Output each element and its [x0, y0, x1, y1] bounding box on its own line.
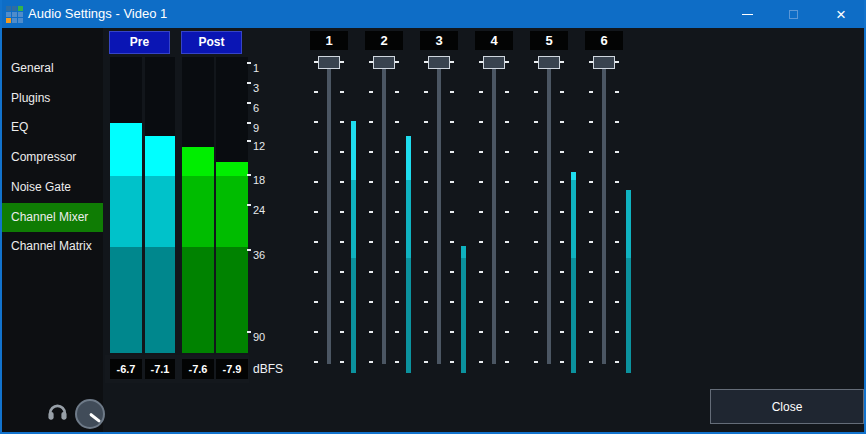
fader-tick: [450, 151, 454, 153]
sidebar-item-noise-gate[interactable]: Noise Gate: [2, 173, 103, 202]
sidebar-item-compressor[interactable]: Compressor: [2, 143, 103, 172]
channel-meter-5: [571, 258, 576, 373]
fader-tick: [424, 121, 428, 123]
meter-column-pre-1: [110, 57, 142, 353]
fader-tick: [314, 151, 318, 153]
fader-tick: [395, 61, 399, 63]
fader-tick: [340, 181, 344, 183]
channel-fader-track-2[interactable]: [382, 62, 386, 364]
channel-fader-handle-5[interactable]: [538, 56, 560, 69]
fader-tick: [589, 241, 593, 243]
fader-tick: [505, 331, 509, 333]
fader-tick: [450, 271, 454, 273]
knob-indicator: [89, 413, 101, 423]
fader-tick: [560, 241, 564, 243]
scale-label: 1: [253, 63, 259, 74]
logo-square: [6, 12, 11, 17]
channel-fader-handle-6[interactable]: [593, 56, 615, 69]
channel-fader-handle-2[interactable]: [373, 56, 395, 69]
fader-tick: [589, 91, 593, 93]
channel-fader-handle-1[interactable]: [318, 56, 340, 69]
sidebar-item-general[interactable]: General: [2, 54, 103, 83]
fader-tick: [505, 61, 509, 63]
fader-tick: [505, 181, 509, 183]
logo-square: [6, 6, 11, 11]
fader-tick: [314, 241, 318, 243]
channel-fader-handle-4[interactable]: [483, 56, 505, 69]
scale-tick: [247, 122, 251, 124]
logo-square: [12, 6, 17, 11]
fader-tick: [314, 301, 318, 303]
fader-tick: [450, 211, 454, 213]
fader-tick: [369, 181, 373, 183]
close-button[interactable]: Close: [710, 389, 864, 424]
fader-tick: [534, 361, 538, 363]
meter-bar-segment: [145, 247, 175, 353]
scale-tick: [247, 249, 251, 251]
fader-tick: [615, 241, 619, 243]
window-close-button[interactable]: ×: [818, 0, 864, 28]
fader-tick: [395, 331, 399, 333]
fader-tick: [369, 361, 373, 363]
logo-square: [12, 12, 17, 17]
channel-meter-6: [626, 258, 631, 373]
channel-fader-track-5[interactable]: [547, 62, 551, 364]
fader-tick: [424, 91, 428, 93]
fader-tick: [589, 151, 593, 153]
fader-tick: [479, 361, 483, 363]
sidebar-item-channel-matrix[interactable]: Channel Matrix: [2, 232, 103, 261]
sidebar-item-eq[interactable]: EQ: [2, 113, 103, 142]
scale-tick: [247, 140, 251, 142]
fader-tick: [395, 151, 399, 153]
fader-tick: [369, 121, 373, 123]
logo-square: [18, 18, 23, 23]
minimize-button[interactable]: [724, 0, 770, 28]
fader-tick: [369, 241, 373, 243]
maximize-button[interactable]: [770, 0, 816, 28]
fader-tick: [450, 361, 454, 363]
fader-tick: [589, 121, 593, 123]
fader-tick: [560, 331, 564, 333]
fader-tick: [615, 61, 619, 63]
fader-tick: [560, 301, 564, 303]
fader-tick: [314, 91, 318, 93]
fader-tick: [314, 331, 318, 333]
channel-fader-track-1[interactable]: [327, 62, 331, 364]
fader-tick: [534, 181, 538, 183]
audio-settings-dialog: Audio Settings - Video 1 × GeneralPlugin…: [0, 0, 866, 434]
fader-tick: [560, 181, 564, 183]
dbfs-unit-label: dBFS: [253, 359, 283, 379]
fader-tick: [615, 121, 619, 123]
channel-fader-track-3[interactable]: [437, 62, 441, 364]
meter-bar-segment: [182, 147, 214, 176]
fader-tick: [479, 211, 483, 213]
fader-tick: [589, 211, 593, 213]
fader-tick: [615, 301, 619, 303]
fader-tick: [395, 121, 399, 123]
fader-tick: [615, 211, 619, 213]
sidebar-item-plugins[interactable]: Plugins: [2, 84, 103, 113]
maximize-icon: [789, 10, 798, 19]
fader-tick: [560, 151, 564, 153]
channel-meter-5: [571, 180, 576, 258]
channel-number-4: 4: [475, 31, 513, 50]
fader-tick: [424, 271, 428, 273]
fader-tick: [340, 121, 344, 123]
sidebar-item-channel-mixer[interactable]: Channel Mixer: [2, 203, 103, 232]
scale-label: 18: [253, 175, 265, 186]
channel-fader-track-6[interactable]: [602, 62, 606, 364]
headphones-icon[interactable]: [47, 402, 68, 421]
fader-tick: [560, 361, 564, 363]
scale-label: 24: [253, 205, 265, 216]
fader-tick: [424, 241, 428, 243]
fader-tick: [615, 331, 619, 333]
fader-tick: [505, 121, 509, 123]
fader-tick: [534, 241, 538, 243]
channel-fader-track-4[interactable]: [492, 62, 496, 364]
monitor-volume-knob[interactable]: [75, 399, 105, 429]
fader-tick: [340, 271, 344, 273]
fader-tick: [534, 91, 538, 93]
fader-tick: [340, 301, 344, 303]
channel-meter-3: [461, 258, 466, 373]
channel-fader-handle-3[interactable]: [428, 56, 450, 69]
